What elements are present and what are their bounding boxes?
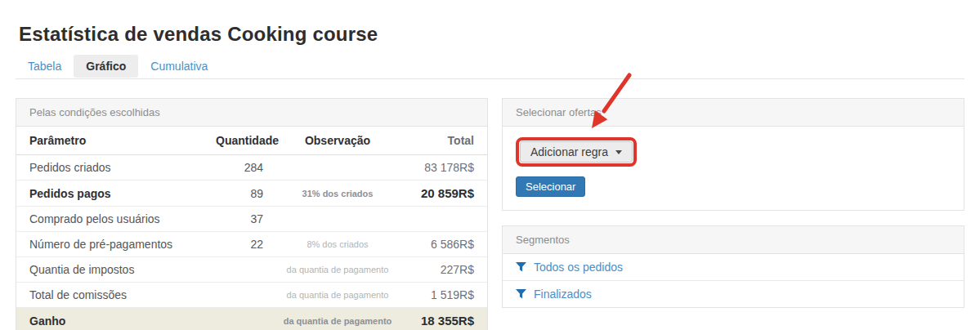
table-row-numero-de-pre-pagamentos: Número de pré-pagamentos228% dos criados… [16,232,487,257]
cell-obs [263,207,412,232]
cell-param: Comprado pelos usuários [16,207,216,232]
page-title: Estatística de vendas Cooking course [19,23,964,46]
segments-list: Todos os pedidosFinalizados [503,254,964,307]
cell-obs: 8% dos criados [263,232,412,257]
segments-panel-header: Segmentos [503,226,964,254]
cell-qty [216,257,263,283]
cell-qty [216,308,263,330]
filter-icon [516,289,526,299]
column-header-total: Total [412,127,487,155]
cell-qty: 284 [216,155,263,181]
cell-total: 83 178R$ [412,155,487,181]
table-row-quantia-de-impostos: Quantia de impostosda quantia de pagamen… [16,257,487,283]
cell-obs: da quantia de pagamento [263,283,412,308]
cell-total: 20 859R$ [412,181,487,207]
segment-link-todos-os-pedidos[interactable]: Todos os pedidos [503,254,964,280]
cell-param: Ganho [16,308,216,330]
cell-qty: 22 [216,232,263,257]
cell-param: Pedidos pagos [16,181,216,207]
segment-link-finalizados[interactable]: Finalizados [503,280,964,307]
cell-param: Pedidos criados [16,155,216,181]
right-column: Selecionar ofertas Adicionar regra Selec… [502,98,964,308]
annotation-highlight-box: Adicionar regra [516,137,637,167]
column-header-parametro: Parâmetro [16,127,216,155]
segments-panel: Segmentos Todos os pedidosFinalizados [502,225,964,308]
cell-param: Total de comissões [16,283,216,308]
cell-total [412,207,487,232]
cell-param: Quantia de impostos [16,257,216,283]
cell-obs: da quantia de pagamento [263,308,412,330]
conditions-panel-header: Pelas condições escolhidas [16,99,487,127]
column-header-quantidade: Quantidade [216,127,263,155]
add-rule-button[interactable]: Adicionar regra [520,141,633,163]
column-header-observacao: Observação [263,127,412,155]
tab-tabela[interactable]: Tabela [16,55,74,78]
table-header-row: Parâmetro Quantidade Observação Total [16,127,487,155]
cell-qty [216,283,263,308]
cell-total: 18 355R$ [412,308,487,330]
filter-icon [516,262,526,272]
cell-qty: 89 [216,181,263,207]
cell-total: 227R$ [412,257,487,283]
cell-obs: 31% dos criados [263,181,412,207]
cell-obs: da quantia de pagamento [263,257,412,283]
statistics-page: Estatística de vendas Cooking course Tab… [0,23,980,330]
offers-panel-header: Selecionar ofertas [503,99,964,127]
cell-qty: 37 [216,207,263,232]
conditions-panel: Pelas condições escolhidas Parâmetro Qua… [16,98,488,330]
segment-label: Finalizados [534,288,592,301]
cell-total: 1 519R$ [412,283,487,308]
conditions-table: Parâmetro Quantidade Observação Total Pe… [16,127,487,330]
offers-panel: Selecionar ofertas Adicionar regra Selec… [502,98,964,211]
cell-param: Número de pré-pagamentos [16,232,216,257]
table-row-ganho: Ganhoda quantia de pagamento18 355R$ [16,308,487,330]
add-rule-button-label: Adicionar regra [530,145,608,158]
table-row-comprado-pelos-usuarios: Comprado pelos usuários37 [16,207,487,232]
tab-bar: TabelaGráficoCumulativa [16,55,964,79]
offers-panel-body: Adicionar regra Selecionar [503,127,964,210]
tab-grafico[interactable]: Gráfico [74,55,138,78]
select-button[interactable]: Selecionar [516,176,585,197]
content-columns: Pelas condições escolhidas Parâmetro Qua… [16,98,964,330]
table-row-total-de-comissoes: Total de comissõesda quantia de pagament… [16,283,487,308]
tab-cumulativa[interactable]: Cumulativa [138,55,220,78]
table-row-pedidos-pagos: Pedidos pagos8931% dos criados20 859R$ [16,181,487,207]
segment-label: Todos os pedidos [534,261,623,274]
cell-total: 6 586R$ [412,232,487,257]
table-row-pedidos-criados: Pedidos criados28483 178R$ [16,155,487,181]
chevron-down-icon [615,150,622,154]
cell-obs [263,155,412,181]
